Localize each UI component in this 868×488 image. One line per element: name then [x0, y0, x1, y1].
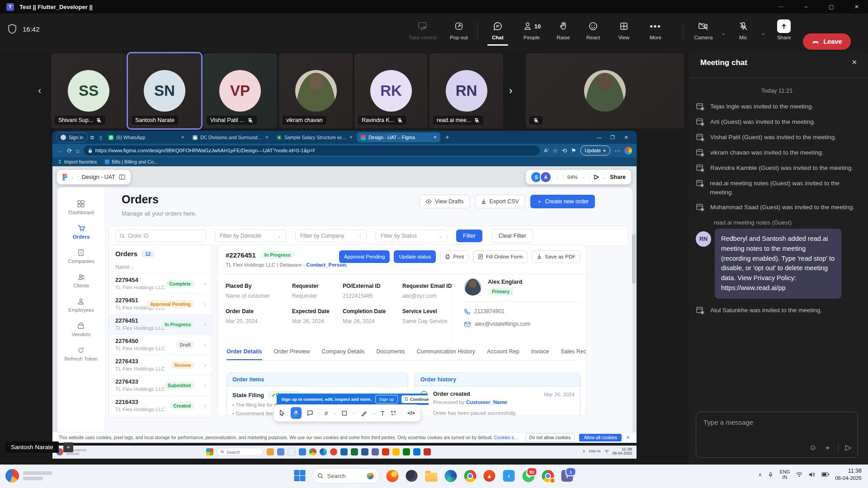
sidebar-item-vendors[interactable]: Vendors — [71, 322, 90, 337]
hand-tool-active[interactable] — [291, 407, 302, 419]
move-cursor-tool[interactable] — [279, 409, 285, 417]
back-icon[interactable]: ← — [57, 147, 63, 154]
import-favorites-button[interactable]: ↧Import favorites — [58, 159, 97, 164]
react-button[interactable]: React — [580, 20, 607, 40]
name-column-header[interactable]: Name ↓ — [109, 262, 212, 274]
taskbar-app-icon[interactable] — [413, 448, 420, 455]
taskbar-app-icon[interactable] — [403, 448, 410, 455]
close-tab-icon[interactable]: ✕ — [181, 135, 184, 140]
collections-icon[interactable]: ⚑ — [571, 147, 576, 154]
close-tab-icon[interactable]: ✕ — [265, 135, 269, 140]
sidebar-item-employees[interactable]: Employees — [68, 298, 94, 313]
order-row[interactable]: 2276433TL Flex Holdings LLCReview› — [109, 355, 212, 375]
vscode-icon[interactable]: ‹ — [502, 469, 516, 483]
new-tab-icon[interactable]: ＋ — [444, 133, 450, 141]
video-tile[interactable]: SS Shivani Sup... — [51, 53, 126, 128]
bookmark-bills[interactable]: Bills | Billing and Co... — [105, 159, 157, 164]
close-tab-icon[interactable]: ✕ — [433, 135, 437, 140]
present-chevron-icon[interactable]: ⌄ — [603, 175, 606, 179]
collaborators-chevron-icon[interactable]: ⌄ — [556, 175, 559, 179]
people-button[interactable]: 10 People — [514, 20, 549, 40]
share-button[interactable]: Share — [771, 20, 797, 40]
export-csv-button[interactable]: Export CSV — [475, 195, 525, 208]
mic-options-chevron-icon[interactable]: ⌄ — [761, 31, 765, 36]
signup-button[interactable]: Sign up — [375, 395, 398, 404]
taskbar-app-icon[interactable] — [277, 448, 284, 455]
cookie-settings-link[interactable]: Cookies settings — [494, 435, 521, 440]
order-row[interactable]: 2276450TL Flex Holdings LLCDraft› — [109, 335, 212, 355]
page-scrollbar[interactable] — [632, 180, 636, 433]
language-indicator[interactable]: ENGIN — [779, 469, 790, 480]
window-close-button[interactable]: ✕ — [849, 0, 864, 14]
close-tab-icon[interactable]: ✕ — [349, 135, 353, 140]
refresh-icon[interactable]: ⟳ — [67, 147, 72, 154]
component-tool[interactable] — [390, 410, 396, 417]
camera-button[interactable]: Camera — [689, 20, 718, 40]
google-continue-button[interactable]: GContinue — [401, 395, 432, 403]
taskbar-app-icon[interactable] — [392, 448, 400, 455]
close-cookie-icon[interactable]: ✕ — [626, 435, 630, 441]
taskbar-search-box[interactable]: Search — [312, 468, 380, 483]
zoom-chevron-icon[interactable]: ⌄ — [582, 175, 585, 179]
chat-button[interactable]: Chat — [483, 20, 513, 40]
collaborator-avatar[interactable]: A — [540, 171, 552, 183]
whatsapp-icon[interactable]: 81 — [522, 469, 535, 483]
favorite-star-icon[interactable]: ☆ — [552, 147, 558, 154]
home-icon[interactable]: ⌂ — [76, 147, 80, 154]
pop-out-button[interactable]: Pop out — [444, 20, 474, 40]
chrome-icon[interactable] — [463, 469, 477, 483]
attach-plus-icon[interactable]: ＋ — [824, 442, 831, 453]
order-id-search-input[interactable]: Order ID — [115, 230, 206, 242]
taskbar-app-icon[interactable] — [288, 448, 296, 456]
taskbar-app-icon[interactable] — [424, 448, 431, 455]
taskbar-clock[interactable]: 11:38 08-04-2025 — [835, 468, 862, 481]
tab-order-preview[interactable]: Order Preview — [274, 348, 310, 360]
taskbar-app-icon[interactable] — [351, 448, 358, 455]
taskbar-app-icon[interactable] — [299, 448, 306, 455]
video-tile-active-speaker[interactable]: SN Santosh Narate — [128, 53, 201, 128]
browser-essentials-icon[interactable]: ⟲ — [562, 147, 567, 154]
teams-taskbar-icon[interactable]: T1 — [561, 469, 574, 483]
text-tool[interactable]: T — [381, 410, 384, 417]
video-tile[interactable]: RN read.ai mee... — [429, 53, 503, 128]
edge-icon[interactable] — [444, 469, 458, 483]
clear-filter-button[interactable]: Clear Filter — [491, 229, 533, 243]
taskbar-app-icon[interactable] — [382, 448, 389, 455]
leave-button[interactable]: Leave — [803, 33, 851, 50]
shape-tool[interactable] — [342, 410, 347, 416]
order-row-selected[interactable]: 2276451TL Flex Holdings LLCIn Progress› — [109, 314, 212, 335]
tab-invoice[interactable]: Invoice — [531, 348, 549, 360]
send-message-icon[interactable]: ▷ — [845, 443, 851, 452]
approval-pending-button[interactable]: Approval Pending — [339, 250, 390, 263]
raise-hand-button[interactable]: Raise — [550, 20, 577, 40]
shared-start-button[interactable] — [206, 448, 213, 455]
tray-mic-icon[interactable] — [768, 471, 774, 478]
layout-grid-icon[interactable] — [119, 174, 125, 180]
browser-restore-button[interactable]: ❐ — [606, 131, 619, 144]
chevron-down-icon[interactable]: ⌄ — [353, 411, 356, 415]
fill-online-form-button[interactable]: Fill Online Form — [473, 250, 528, 263]
allow-cookies-button[interactable]: Allow all cookies — [579, 434, 621, 441]
taskbar-app-icon[interactable] — [267, 448, 274, 455]
tab-sales-receipt[interactable]: Sales Receipt — [561, 348, 586, 360]
browser-tab-whatsapp[interactable]: ✆(6) WhatsApp✕ — [105, 132, 188, 142]
order-row[interactable]: 2276433TL Flex Holdings LLCSubmitted› — [109, 375, 212, 396]
chat-message-input[interactable]: Type a message ☺ ＋ ▷ — [696, 412, 858, 458]
widgets-button[interactable] — [5, 469, 52, 483]
view-drafts-button[interactable]: View Drafts — [420, 195, 470, 208]
browser-tab-dc-divisions[interactable]: ◉DC Divisions and Surroundings✕ — [189, 132, 272, 142]
save-as-pdf-button[interactable]: Save as PDF — [532, 250, 580, 263]
window-more-icon[interactable]: ⋯ — [773, 0, 788, 14]
dark-app-icon[interactable] — [405, 469, 419, 483]
close-chat-icon[interactable]: ✕ — [851, 58, 857, 66]
copilot-icon[interactable] — [624, 147, 632, 155]
firefox-icon[interactable] — [386, 469, 399, 483]
filter-domicile-dropdown[interactable]: Filter by Domicile⌄ — [215, 230, 286, 242]
video-tile[interactable]: RK Ravindra K... — [354, 53, 428, 128]
more-button[interactable]: ••• More — [641, 20, 670, 40]
contact-phone[interactable]: 2123874901 — [464, 308, 505, 314]
tab-account-rep[interactable]: Account Rep — [487, 348, 519, 360]
create-new-order-button[interactable]: ＋Create new order — [530, 195, 595, 208]
taskbar-app-icon[interactable] — [372, 448, 379, 455]
start-button[interactable] — [294, 470, 306, 482]
